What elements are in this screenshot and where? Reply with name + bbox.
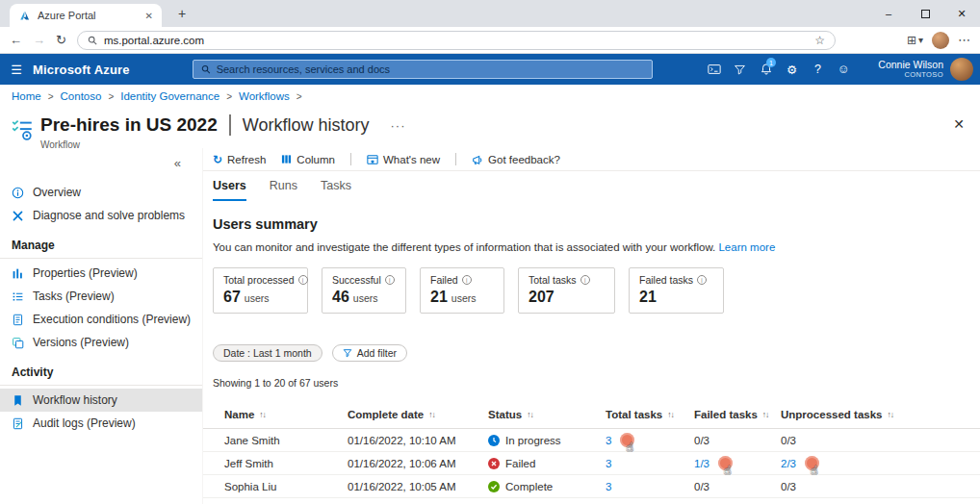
info-icon[interactable]: i	[580, 275, 590, 285]
tab-close-icon[interactable]: ✕	[145, 11, 153, 21]
info-icon[interactable]: i	[697, 275, 707, 285]
window-close-button[interactable]: ✕	[943, 0, 980, 27]
tools-icon	[12, 210, 24, 222]
got-feedback-label: Got feedback?	[488, 154, 560, 165]
status-label: Complete	[505, 481, 553, 492]
browser-profile-avatar[interactable]	[932, 32, 949, 49]
sidebar-item-label: Workflow history	[33, 393, 117, 407]
total-tasks-link[interactable]: 3	[606, 435, 611, 446]
sidebar-item-workflow-history[interactable]: Workflow history	[0, 389, 202, 412]
users-summary-description: You can monitor and investigate the diff…	[213, 241, 980, 253]
minimize-button[interactable]: –	[870, 0, 907, 27]
whats-new-button[interactable]: What's new	[367, 154, 440, 165]
sidebar-item-overview[interactable]: Overview	[0, 181, 202, 204]
unprocessed-tasks-link[interactable]: 2/3	[781, 458, 796, 469]
failed-tasks-link[interactable]: 1/3	[694, 458, 709, 469]
info-icon[interactable]: i	[298, 275, 308, 285]
card-value: 21	[430, 289, 448, 306]
sidebar-item-tasks[interactable]: Tasks (Preview)	[0, 285, 202, 308]
column-header-complete-date[interactable]: Complete date↑↓	[348, 409, 488, 420]
settings-button[interactable]: ⚙	[779, 54, 805, 85]
tab-tasks[interactable]: Tasks	[321, 179, 351, 201]
command-bar: ↻ Refresh Column What's new	[203, 148, 980, 171]
page-close-icon[interactable]: ✕	[953, 116, 965, 132]
breadcrumb-link-home[interactable]: Home	[12, 90, 41, 102]
browser-tab[interactable]: Azure Portal ✕	[10, 4, 162, 27]
card-unit: users	[451, 292, 477, 304]
results-count: Showing 1 to 20 of 67 users	[213, 377, 980, 389]
sidebar-item-execution-conditions[interactable]: Execution conditions (Preview)	[0, 308, 202, 331]
total-tasks-link[interactable]: 3	[606, 481, 611, 492]
sort-icon: ↑↓	[428, 410, 435, 419]
cloud-shell-button[interactable]	[701, 54, 727, 85]
directory-filter-button[interactable]	[727, 54, 753, 85]
page-header: Pre-hires in US 2022 Workflow history ··…	[0, 108, 980, 148]
account-menu[interactable]: Connie Wilson CONTOSO	[878, 59, 943, 79]
refresh-label: Refresh	[227, 154, 266, 165]
browser-address-bar: ← → ↻ ms.portal.azure.com ☆ ⊞ ▾ ⋯	[0, 27, 980, 54]
column-button[interactable]: Column	[281, 154, 335, 165]
info-icon[interactable]: i	[462, 275, 472, 285]
total-tasks-link[interactable]: 3	[606, 458, 611, 469]
sidebar-collapse-icon[interactable]: «	[174, 156, 181, 170]
refresh-button[interactable]: ↻ Refresh	[213, 153, 266, 166]
url-input[interactable]: ms.portal.azure.com ☆	[77, 31, 836, 50]
sidebar-item-audit-logs[interactable]: Audit logs (Preview)	[0, 412, 202, 435]
column-header-name[interactable]: Name↑↓	[224, 409, 348, 420]
azure-brand[interactable]: Microsoft Azure	[33, 63, 130, 77]
new-tab-button[interactable]: +	[173, 5, 191, 22]
column-header-status[interactable]: Status↑↓	[488, 409, 606, 420]
user-avatar[interactable]	[950, 58, 973, 81]
help-button[interactable]: ?	[805, 54, 831, 85]
favorite-star-icon[interactable]: ☆	[814, 34, 825, 47]
page-title: Pre-hires in US 2022	[40, 114, 218, 136]
breadcrumb-link-contoso[interactable]: Contoso	[61, 90, 102, 102]
history-journal-icon	[12, 394, 24, 407]
sidebar-item-diagnose[interactable]: Diagnose and solve problems	[0, 204, 202, 227]
hand-cursor-icon: ☝	[626, 441, 632, 454]
column-header-total-tasks[interactable]: Total tasks↑↓	[606, 409, 694, 420]
more-actions-icon[interactable]: ···	[390, 118, 405, 133]
portal-search-box[interactable]	[193, 60, 653, 79]
tab-runs[interactable]: Runs	[270, 179, 297, 201]
tab-users[interactable]: Users	[213, 179, 246, 201]
filter-bar: Date : Last 1 month Add filter	[213, 344, 980, 362]
feedback-button[interactable]: ☺	[831, 54, 857, 85]
breadcrumb-link-identity-governance[interactable]: Identity Governance	[120, 90, 219, 102]
sidebar-item-properties[interactable]: Properties (Preview)	[0, 262, 202, 285]
browser-menu-icon[interactable]: ⋯	[958, 33, 970, 47]
forward-icon[interactable]: →	[33, 33, 45, 47]
window-controls: – ✕	[870, 0, 980, 27]
date-filter-pill[interactable]: Date : Last 1 month	[213, 344, 322, 362]
column-header-failed-tasks[interactable]: Failed tasks↑↓	[694, 409, 781, 420]
breadcrumb-link-workflows[interactable]: Workflows	[239, 90, 290, 102]
table-row: Jeff Smith 01/16/2022, 10:06 AM Failed 3…	[203, 452, 980, 475]
hand-cursor-icon: ☝	[811, 464, 817, 477]
sidebar-item-versions[interactable]: Versions (Preview)	[0, 331, 202, 354]
in-progress-icon	[488, 435, 500, 446]
browser-essentials-icon: ⊞	[907, 34, 916, 47]
info-icon[interactable]: i	[385, 275, 395, 285]
cell-status: Complete	[488, 481, 606, 492]
hamburger-menu-icon[interactable]: ☰	[0, 63, 33, 77]
column-label: Total tasks	[606, 409, 662, 420]
refresh-icon[interactable]: ↻	[56, 33, 66, 47]
maximize-button[interactable]	[907, 0, 943, 27]
portal-search-input[interactable]	[217, 63, 644, 75]
learn-more-link[interactable]: Learn more	[718, 241, 775, 253]
column-label: Column	[297, 154, 335, 165]
got-feedback-button[interactable]: Got feedback?	[472, 154, 560, 165]
add-filter-pill[interactable]: Add filter	[332, 344, 407, 362]
back-icon[interactable]: ←	[10, 33, 22, 47]
table-row: Jane Smith 01/16/2022, 10:10 AM In progr…	[203, 429, 980, 452]
column-header-unprocessed-tasks[interactable]: Unprocessed tasks↑↓	[781, 409, 896, 420]
cell-failed-tasks: 1/3☝	[694, 456, 781, 470]
cell-unprocessed-tasks: 0/3	[781, 435, 896, 446]
card-label: Total tasks	[529, 274, 577, 286]
browser-essentials-button[interactable]: ⊞ ▾	[907, 34, 923, 47]
cell-total-tasks: 3	[606, 458, 694, 469]
user-org: CONTOSO	[878, 70, 943, 79]
notification-badge: 1	[766, 58, 776, 67]
card-successful: Successfuli 46users	[322, 267, 406, 314]
notifications-button[interactable]: 1	[753, 54, 779, 85]
